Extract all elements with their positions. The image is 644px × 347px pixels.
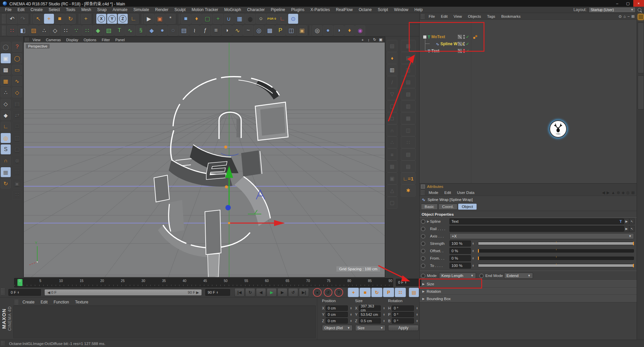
object-manager-menu-bookmarks[interactable]: Bookmarks bbox=[498, 14, 524, 18]
play-forward-button[interactable]: ▶ bbox=[267, 288, 277, 297]
current-frame-field[interactable]: 0 F▲▼ bbox=[396, 279, 421, 286]
strength-value-field[interactable]: 100 % bbox=[449, 240, 471, 247]
python-effector-icon[interactable]: P bbox=[275, 25, 285, 36]
record-parameter-toggle[interactable]: P bbox=[383, 288, 394, 297]
offset-value-field[interactable]: 0 % bbox=[449, 248, 471, 254]
polygon-selection-icon[interactable]: ◇ bbox=[12, 87, 22, 97]
object-text[interactable]: TText bbox=[423, 48, 439, 54]
add-spline-pen-button[interactable]: ♦ bbox=[192, 14, 202, 24]
menubar-item-render[interactable]: Render bbox=[152, 7, 171, 12]
gizmo-x-arrow[interactable] bbox=[274, 220, 285, 226]
pick-object-button[interactable]: ↖ bbox=[629, 226, 635, 232]
menubar-item-mesh[interactable]: Mesh bbox=[78, 7, 94, 12]
lock-z-axis-button[interactable]: Z bbox=[118, 14, 128, 24]
inactive-command-icon-7[interactable]: ▦ bbox=[401, 112, 416, 124]
coords-size-y-field[interactable]: 53.542 cm bbox=[359, 312, 381, 317]
stepper-icon[interactable]: ▲▼ bbox=[416, 320, 419, 322]
spline-link-field[interactable]: TextT bbox=[449, 218, 624, 224]
inactive-modeling-icon-1[interactable]: ▤ bbox=[387, 40, 397, 52]
loop-max-field[interactable]: 90 F▲▼ bbox=[205, 289, 230, 296]
keyframe-help-button[interactable]: ? bbox=[334, 288, 343, 297]
menubar-item-x-particles[interactable]: X-Particles bbox=[307, 7, 333, 12]
inactive-modeling-icon-8[interactable]: ≡ bbox=[387, 148, 397, 160]
from-value-field[interactable]: 0 % bbox=[449, 255, 471, 261]
attr-up-icon[interactable]: ▲ bbox=[611, 191, 615, 195]
pick-object-button[interactable]: ↖ bbox=[629, 218, 635, 224]
coords-size-z-field[interactable]: 0.5 cm bbox=[359, 318, 381, 324]
stepper-icon[interactable]: ▲▼ bbox=[416, 307, 419, 309]
viewport-menu-filter[interactable]: Filter bbox=[99, 38, 112, 42]
animation-dot-icon[interactable] bbox=[421, 241, 425, 246]
object-manager-menu-tags[interactable]: Tags bbox=[484, 14, 498, 18]
maximize-view-icon[interactable]: ▣ bbox=[378, 38, 383, 42]
undo-button[interactable]: ↶ bbox=[7, 14, 17, 24]
coords-position-dropdown[interactable]: Object (Rel▼ bbox=[322, 325, 353, 331]
om-home-icon[interactable]: ⌂ bbox=[624, 14, 626, 18]
to-slider[interactable] bbox=[478, 264, 634, 267]
rectangle-selection-icon[interactable]: ▭ bbox=[12, 65, 22, 75]
animation-dot-icon[interactable] bbox=[421, 264, 425, 268]
stepper-icon[interactable]: ▲▼ bbox=[472, 257, 475, 260]
goto-end-button[interactable]: ▶| bbox=[299, 288, 309, 297]
cloner-icon[interactable]: ∵ bbox=[71, 25, 82, 36]
tweak-mode-button[interactable]: ◎ bbox=[1, 133, 11, 143]
apply-button[interactable]: Apply bbox=[388, 325, 419, 331]
inactive-tool-icon-7[interactable]: ∷ bbox=[12, 167, 22, 177]
menubar-item-edit[interactable]: Edit bbox=[14, 7, 28, 12]
color-wheel-icon[interactable]: ◉ bbox=[355, 25, 365, 36]
menubar-item-plugins[interactable]: Plugins bbox=[288, 7, 307, 12]
polygon-pen-icon[interactable]: ♦ bbox=[344, 25, 355, 36]
add-subdivision-surface-button[interactable]: ▢ bbox=[202, 14, 212, 24]
mograph-cache-tag-icon[interactable] bbox=[473, 35, 478, 39]
visibility-dots[interactable] bbox=[463, 42, 465, 46]
link-popup-button[interactable]: ▶ bbox=[624, 226, 629, 232]
menubar-item-window[interactable]: Window bbox=[391, 7, 412, 12]
stepper-icon[interactable]: ▲▼ bbox=[350, 313, 353, 316]
add-cube-button[interactable]: ■ bbox=[181, 14, 191, 24]
active-dock-icon[interactable] bbox=[638, 14, 644, 20]
material-list-empty[interactable] bbox=[13, 305, 316, 338]
loop-min-field[interactable]: 0 F▲▼ bbox=[8, 289, 41, 296]
object-axis-mode-button[interactable]: ∟ bbox=[1, 122, 11, 132]
add-array-button[interactable]: + bbox=[213, 14, 223, 24]
coords-rotation-p-field[interactable]: 0 ° bbox=[392, 312, 414, 317]
cube-paint-icon[interactable]: ▨ bbox=[29, 25, 39, 36]
clock-icon[interactable]: ◑ bbox=[334, 25, 344, 36]
inactive-tool-icon-1[interactable]: ▤ bbox=[12, 99, 22, 109]
viewport-menu-options[interactable]: Options bbox=[81, 38, 99, 42]
random-effector-icon[interactable]: ◌ bbox=[168, 25, 178, 36]
edges-mode-button[interactable]: ◇ bbox=[1, 99, 11, 109]
attr-back-icon[interactable]: ◀ bbox=[602, 190, 605, 195]
cube-cluster-icon[interactable]: ◧ bbox=[18, 25, 28, 36]
material-menu-texture[interactable]: Texture bbox=[72, 300, 91, 304]
inactive-tool-icon-4[interactable]: ◫ bbox=[12, 133, 22, 143]
menubar-item-script[interactable]: Script bbox=[375, 7, 391, 12]
animation-dot-icon[interactable] bbox=[421, 227, 425, 231]
menubar-item-select[interactable]: Select bbox=[46, 7, 63, 12]
coords-size-x-field[interactable]: 397.363 cm bbox=[359, 305, 381, 311]
animation-dot-icon[interactable] bbox=[421, 256, 425, 261]
sound-effector-icon[interactable]: ∿ bbox=[232, 25, 243, 36]
inactive-command-icon-1[interactable]: ▦ bbox=[401, 40, 416, 52]
minimize-button[interactable]: – bbox=[612, 0, 623, 7]
points-mode-button[interactable]: ∴ bbox=[1, 87, 11, 97]
inactive-modeling-icon-6[interactable]: ∩ bbox=[387, 124, 397, 136]
om-search-icon[interactable]: ⊙ bbox=[619, 14, 622, 19]
viewport-camera-label[interactable]: Perspective bbox=[26, 44, 50, 49]
visibility-dots[interactable] bbox=[463, 49, 465, 53]
tab-object[interactable]: Object bbox=[458, 204, 477, 210]
render-view-button[interactable]: ▶ bbox=[144, 14, 154, 24]
viewport-canvas[interactable]: Perspective Grid Spacing : 100 cm bbox=[24, 43, 385, 277]
object-manager-menu-edit[interactable]: Edit bbox=[438, 14, 451, 18]
world-mode-icon[interactable]: ◯ bbox=[1, 42, 11, 52]
step-effector-icon[interactable]: ≡ bbox=[211, 25, 221, 36]
stepper-icon[interactable]: ▲▼ bbox=[472, 264, 475, 267]
viewport-menu-grip[interactable] bbox=[25, 38, 29, 42]
expander-icon[interactable]: - bbox=[423, 35, 427, 39]
inactive-modeling-icon-5[interactable]: ◻ bbox=[387, 112, 397, 124]
enable-check-icon[interactable]: ✓ bbox=[466, 49, 469, 53]
loop-button[interactable]: ↺ bbox=[288, 288, 298, 297]
inactive-modeling-icon-3[interactable]: ▽ bbox=[387, 88, 397, 100]
texture-mode-button[interactable]: ▩ bbox=[1, 65, 11, 75]
autokeying-button[interactable]: ↺ bbox=[324, 288, 332, 297]
